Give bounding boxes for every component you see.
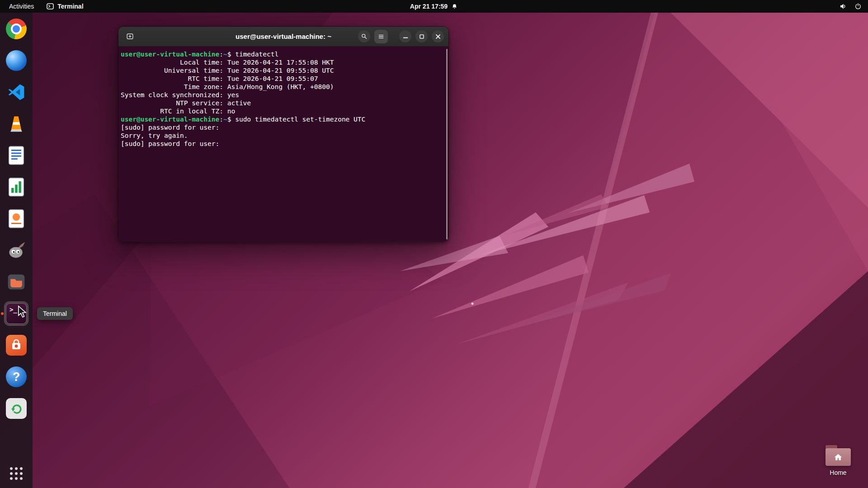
new-tab-button[interactable]	[123, 30, 137, 43]
focused-app-label: Terminal	[57, 3, 83, 10]
top-bar: Activities Terminal Apr 21 17:59	[0, 0, 868, 13]
minimize-button[interactable]	[399, 30, 411, 42]
terminal-line: NTP service: active	[121, 99, 442, 107]
shopping-bag-glyph	[9, 338, 23, 352]
libreoffice-impress-icon	[7, 209, 25, 229]
files-icon	[6, 272, 26, 292]
dock-item-files[interactable]	[5, 270, 28, 294]
dock-item-libreoffice-calc[interactable]	[5, 175, 28, 199]
terminal-scrollbar[interactable]	[446, 49, 448, 239]
terminal-output: user@user-virtual-machine:~$ timedatectl…	[121, 50, 442, 148]
vlc-icon	[6, 114, 26, 134]
vscode-icon	[6, 82, 26, 102]
terminal-line: [sudo] password for user:	[121, 123, 442, 131]
home-folder-shortcut[interactable]: Home	[819, 445, 857, 476]
terminal-screen[interactable]: user@user-virtual-machine:~$ timedatectl…	[118, 47, 448, 242]
gimp-icon	[6, 240, 26, 260]
terminal-line: Sorry, try again.	[121, 131, 442, 140]
dock-item-vlc[interactable]	[5, 112, 28, 136]
dock-item-vscode[interactable]	[5, 80, 28, 104]
window-title: user@user-virtual-machine: ~	[236, 33, 331, 40]
search-icon	[361, 33, 368, 40]
home-folder-label: Home	[830, 469, 846, 476]
terminal-line: Time zone: Asia/Hong_Kong (HKT, +0800)	[121, 83, 442, 91]
close-button[interactable]	[432, 30, 444, 42]
window-titlebar[interactable]: user@user-virtual-machine: ~	[118, 27, 448, 47]
new-tab-icon	[126, 32, 134, 41]
close-icon	[435, 34, 441, 39]
terminal-window: user@user-virtual-machine: ~	[118, 26, 449, 242]
dock-tooltip: Terminal	[37, 307, 73, 320]
dock-item-help[interactable]	[5, 365, 28, 389]
focused-app-menu[interactable]: Terminal	[47, 3, 83, 10]
show-applications-button[interactable]	[5, 465, 28, 483]
maximize-button[interactable]	[415, 30, 428, 42]
dock	[0, 13, 33, 488]
blue-browser-icon	[6, 50, 27, 71]
terminal-line: RTC in local TZ: no	[121, 107, 442, 115]
clock-menu[interactable]: Apr 21 17:59	[410, 0, 458, 13]
dock-item-software-updater[interactable]	[5, 397, 28, 420]
dock-item-chrome[interactable]	[5, 17, 28, 41]
system-status-area[interactable]	[839, 2, 862, 10]
dock-item-libreoffice-impress[interactable]	[5, 207, 28, 230]
dock-item-libreoffice-writer[interactable]	[5, 144, 28, 167]
search-button[interactable]	[358, 30, 370, 42]
minimize-icon	[403, 34, 408, 39]
activities-button[interactable]: Activities	[6, 2, 37, 11]
hamburger-menu-icon	[377, 33, 385, 40]
terminal-line: user@user-virtual-machine:~$ sudo timeda…	[121, 115, 442, 123]
refresh-glyph	[9, 402, 23, 415]
maximize-icon	[419, 34, 425, 39]
power-icon	[854, 3, 862, 10]
help-icon	[6, 366, 27, 387]
dock-item-browser[interactable]	[5, 49, 28, 72]
terminal-app-icon	[47, 3, 54, 9]
dock-item-gimp[interactable]	[5, 239, 28, 262]
volume-icon	[839, 2, 847, 10]
terminal-line: Local time: Tue 2026-04-21 17:55:08 HKT	[121, 58, 442, 66]
ubuntu-software-icon	[6, 335, 27, 356]
clock-label: Apr 21 17:59	[410, 3, 448, 10]
terminal-line: [sudo] password for user:	[121, 140, 442, 148]
notification-bell-icon	[451, 3, 458, 10]
libreoffice-calc-icon	[7, 177, 25, 197]
menu-button[interactable]	[374, 30, 388, 43]
mouse-cursor	[17, 305, 27, 318]
house-icon	[833, 452, 844, 462]
chrome-icon	[6, 19, 27, 39]
home-folder-icon	[826, 445, 851, 466]
terminal-line: user@user-virtual-machine:~$ timedatectl	[121, 50, 442, 58]
terminal-line: RTC time: Tue 2026-04-21 09:55:07	[121, 75, 442, 83]
libreoffice-writer-icon	[7, 145, 25, 165]
terminal-line: Universal time: Tue 2026-04-21 09:55:08 …	[121, 66, 442, 75]
terminal-line: System clock synchronized: yes	[121, 91, 442, 99]
dock-item-ubuntu-software[interactable]	[5, 333, 28, 357]
software-updater-icon	[6, 398, 27, 419]
show-applications-grid-icon	[10, 467, 23, 480]
